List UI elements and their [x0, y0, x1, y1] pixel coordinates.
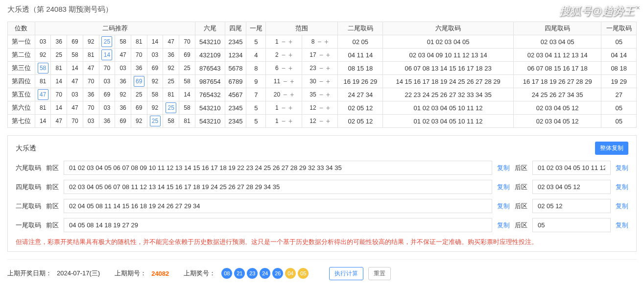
num-cell[interactable]: 14 — [51, 101, 67, 115]
copy-link[interactable]: 复制 — [616, 183, 628, 192]
num-cell[interactable]: 81 — [83, 48, 99, 62]
plus-icon[interactable]: + — [288, 64, 292, 72]
minus-icon[interactable]: − — [283, 91, 287, 98]
num-cell[interactable]: 14 — [67, 62, 83, 75]
num-cell[interactable]: 47 — [67, 75, 83, 88]
num-cell[interactable]: 69 — [99, 88, 115, 101]
num-cell[interactable]: 14 — [35, 115, 51, 128]
num-cell[interactable]: 58 — [35, 62, 51, 75]
num-cell[interactable]: 69 — [147, 62, 163, 75]
plus-icon[interactable]: + — [326, 77, 330, 85]
num-cell[interactable]: 47 — [115, 48, 131, 62]
num-cell[interactable]: 36 — [51, 35, 67, 48]
num-cell[interactable]: 92 — [83, 35, 99, 48]
num-cell[interactable]: 36 — [83, 88, 99, 101]
back-input[interactable] — [532, 218, 611, 232]
num-cell[interactable]: 92 — [35, 48, 51, 62]
num-cell[interactable]: 92 — [115, 88, 131, 101]
num-cell[interactable]: 25 — [131, 88, 147, 101]
plus-icon[interactable]: + — [326, 104, 330, 112]
minus-icon[interactable]: − — [319, 91, 323, 98]
num-cell[interactable]: 47 — [35, 88, 51, 101]
front-input[interactable] — [64, 180, 492, 194]
num-cell[interactable]: 47 — [83, 62, 99, 75]
num-cell[interactable]: 14 — [179, 88, 195, 101]
close-icon[interactable]: × — [636, 4, 640, 12]
minus-icon[interactable]: − — [319, 77, 323, 85]
num-cell[interactable]: 03 — [115, 62, 131, 75]
num-cell[interactable]: 25 — [163, 75, 179, 88]
plus-icon[interactable]: + — [325, 38, 329, 46]
num-cell[interactable]: 70 — [83, 101, 99, 115]
copy-link[interactable]: 复制 — [497, 183, 510, 192]
minus-icon[interactable]: − — [319, 104, 323, 112]
front-input[interactable] — [64, 161, 492, 175]
num-cell[interactable]: 92 — [147, 75, 163, 88]
copy-link[interactable]: 复制 — [497, 221, 510, 230]
num-cell[interactable]: 69 — [179, 48, 195, 62]
plus-icon[interactable]: + — [290, 91, 294, 98]
num-cell[interactable]: 69 — [115, 115, 131, 128]
num-cell[interactable]: 36 — [115, 75, 131, 88]
num-cell[interactable]: 14 — [51, 75, 67, 88]
plus-icon[interactable]: + — [326, 91, 330, 98]
minus-icon[interactable]: − — [282, 117, 286, 125]
num-cell[interactable]: 70 — [83, 75, 99, 88]
num-cell[interactable]: 92 — [163, 62, 179, 75]
num-cell[interactable]: 92 — [147, 101, 163, 115]
num-cell[interactable]: 25 — [163, 101, 179, 115]
num-cell[interactable]: 81 — [35, 75, 51, 88]
minus-icon[interactable]: − — [282, 51, 286, 59]
front-input[interactable] — [64, 218, 492, 232]
num-cell[interactable]: 36 — [131, 62, 147, 75]
plus-icon[interactable]: + — [288, 104, 292, 112]
minus-icon[interactable]: − — [319, 64, 323, 72]
num-cell[interactable]: 03 — [99, 75, 115, 88]
num-cell[interactable]: 36 — [99, 115, 115, 128]
num-cell[interactable]: 36 — [115, 101, 131, 115]
num-cell[interactable]: 58 — [179, 101, 195, 115]
copy-link[interactable]: 复制 — [616, 202, 628, 211]
copy-link[interactable]: 复制 — [616, 164, 628, 172]
plus-icon[interactable]: + — [288, 51, 292, 59]
plus-icon[interactable]: + — [290, 77, 294, 85]
num-cell[interactable]: 03 — [147, 48, 163, 62]
num-cell[interactable]: 81 — [51, 62, 67, 75]
num-cell[interactable]: 69 — [131, 75, 147, 88]
plus-icon[interactable]: + — [288, 117, 292, 125]
minus-icon[interactable]: − — [282, 38, 286, 46]
back-input[interactable] — [532, 199, 611, 213]
num-cell[interactable]: 03 — [99, 101, 115, 115]
num-cell[interactable]: 58 — [115, 35, 131, 48]
copy-link[interactable]: 复制 — [497, 164, 510, 172]
plus-icon[interactable]: + — [326, 64, 330, 72]
num-cell[interactable]: 70 — [67, 115, 83, 128]
front-input[interactable] — [64, 199, 492, 213]
num-cell[interactable]: 81 — [163, 88, 179, 101]
num-cell[interactable]: 14 — [147, 35, 163, 48]
num-cell[interactable]: 25 — [99, 35, 115, 48]
num-cell[interactable]: 58 — [147, 88, 163, 101]
num-cell[interactable]: 58 — [67, 48, 83, 62]
num-cell[interactable]: 70 — [179, 35, 195, 48]
num-cell[interactable]: 47 — [163, 35, 179, 48]
num-cell[interactable]: 92 — [131, 115, 147, 128]
num-cell[interactable]: 25 — [51, 48, 67, 62]
copy-link[interactable]: 复制 — [616, 221, 628, 230]
minus-icon[interactable]: − — [319, 51, 323, 59]
num-cell[interactable]: 70 — [99, 62, 115, 75]
back-input[interactable] — [532, 161, 611, 175]
reset-button[interactable]: 重置 — [368, 267, 391, 280]
num-cell[interactable]: 69 — [67, 35, 83, 48]
num-cell[interactable]: 47 — [67, 101, 83, 115]
num-cell[interactable]: 81 — [35, 101, 51, 115]
num-cell[interactable]: 69 — [131, 101, 147, 115]
back-input[interactable] — [532, 180, 611, 194]
copy-link[interactable]: 复制 — [497, 202, 510, 211]
num-cell[interactable]: 03 — [67, 88, 83, 101]
plus-icon[interactable]: + — [288, 38, 292, 46]
minus-icon[interactable]: − — [282, 64, 286, 72]
num-cell[interactable]: 70 — [131, 48, 147, 62]
num-cell[interactable]: 25 — [179, 62, 195, 75]
copy-all-button[interactable]: 整体复制 — [595, 142, 628, 155]
